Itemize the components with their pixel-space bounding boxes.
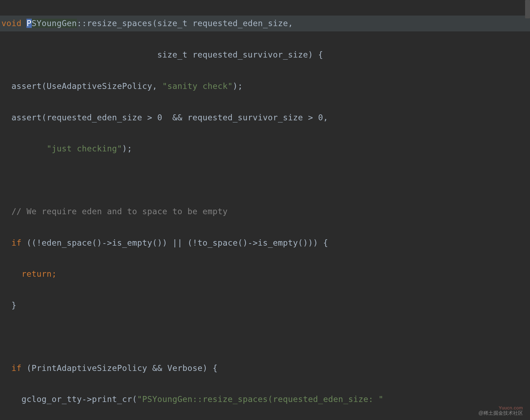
code-line[interactable]: gclog_or_tty->print_cr("PSYoungGen::resi… bbox=[0, 391, 530, 407]
code-line[interactable]: } bbox=[0, 298, 530, 313]
code-line[interactable]: void PSYoungGen::resize_spaces(size_t re… bbox=[0, 16, 530, 31]
keyword-if: if bbox=[12, 238, 22, 247]
code-line[interactable]: if ((!eden_space()->is_empty()) || (!to_… bbox=[0, 235, 530, 251]
code-line[interactable]: size_t requested_survivor_size) { bbox=[0, 47, 530, 62]
method-name: resize_spaces bbox=[87, 19, 152, 28]
keyword-void: void bbox=[1, 19, 22, 28]
args: (size_t requested_eden_size, bbox=[152, 19, 293, 28]
string-literal: "just checking" bbox=[47, 144, 122, 153]
code-line[interactable] bbox=[0, 329, 530, 344]
watermark-community: @稀土掘金技术社区 bbox=[478, 408, 523, 418]
keyword-if: if bbox=[12, 364, 22, 373]
cursor-selection: P bbox=[26, 19, 31, 28]
code-line[interactable]: if (PrintAdaptiveSizePolicy && Verbose) … bbox=[0, 360, 530, 376]
code-line[interactable] bbox=[0, 172, 530, 188]
comment: // We require eden and to space to be em… bbox=[12, 207, 228, 216]
code-editor[interactable]: void PSYoungGen::resize_spaces(size_t re… bbox=[0, 0, 530, 420]
class-name-highlight: PSYoungGen bbox=[26, 19, 77, 28]
string-literal: "sanity check" bbox=[162, 82, 233, 91]
scope-op: :: bbox=[77, 19, 87, 28]
code-line[interactable]: "just checking"); bbox=[0, 141, 530, 156]
code-line[interactable]: assert(requested_eden_size > 0 && reques… bbox=[0, 110, 530, 125]
keyword-return: return bbox=[22, 269, 52, 278]
code-line[interactable]: // We require eden and to space to be em… bbox=[0, 204, 530, 219]
code-line[interactable]: assert(UseAdaptiveSizePolicy, "sanity ch… bbox=[0, 78, 530, 94]
scrollbar-thumb[interactable] bbox=[525, 0, 530, 18]
string-literal: "PSYoungGen::resize_spaces(requested_ede… bbox=[137, 395, 384, 404]
code-line[interactable]: return; bbox=[0, 266, 530, 282]
